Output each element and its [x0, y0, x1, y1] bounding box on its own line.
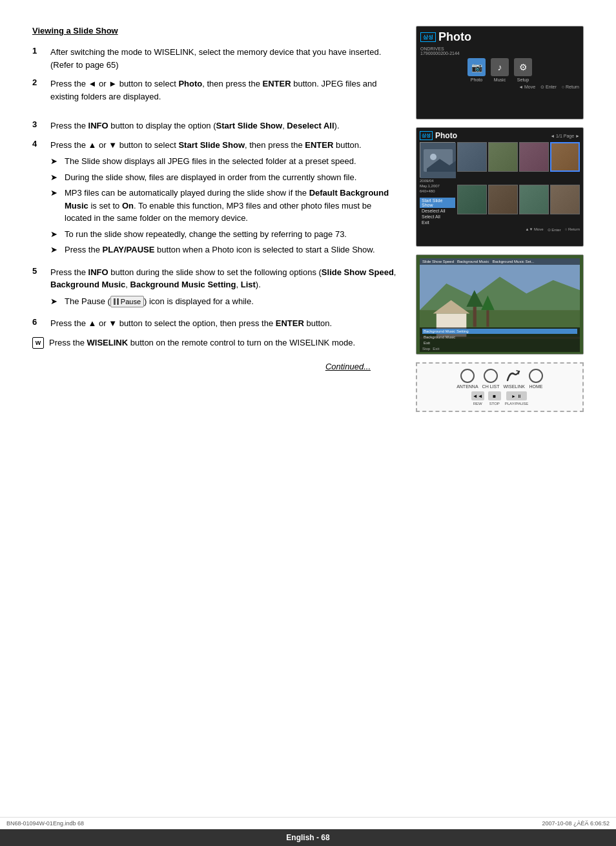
tv2-bottom: ▲▼ Move ⊙ Enter ○ Return: [420, 227, 580, 232]
stop-label: STOP: [489, 402, 500, 406]
tv2-logo: 삼성: [420, 131, 433, 140]
remote-area: ANTENNA CH LIST: [416, 362, 584, 412]
tv2-thumb-6: [488, 185, 518, 214]
tv1-music-nav: ♪ Music: [491, 58, 509, 82]
tv2-return-btn: ○ Return: [565, 227, 580, 232]
step-4-sub-1-text: The Slide show displays all JPEG files i…: [65, 155, 356, 168]
page-content: Viewing a Slide Show 1 After switching t…: [0, 0, 616, 817]
step-4-sub-5-text: Press the PLAY/PAUSE button when a Photo…: [65, 243, 375, 256]
tv2-page: ◄ 1/1 Page ►: [550, 134, 580, 138]
note-icon: W: [32, 337, 44, 349]
antenna-circle: [460, 369, 475, 383]
tv2-left: 2009/04May.1,2007640×480 Start Slide Sho…: [420, 142, 455, 225]
step-2-content: Press the ◄ or ► button to select Photo,…: [50, 77, 396, 103]
tv3-bottom-overlay: Background Music Setting Background Musi…: [420, 327, 580, 352]
tv1-logo: 삼성: [420, 32, 436, 42]
step-4-sub-4: ➤ To run the slide show repeatedly, chan…: [50, 228, 396, 241]
pause-badge: Pause: [110, 296, 144, 308]
tv-screen-3: Slide Show Speed Background Music Backgr…: [416, 254, 584, 355]
remote-top-row: ANTENNA CH LIST: [457, 369, 543, 389]
tv2-thumb-1: [457, 142, 487, 172]
playpause-label: PLAY/PAUSE: [505, 402, 528, 406]
svg-rect-9: [473, 307, 477, 327]
step-2-num: 2: [32, 77, 45, 103]
tv2-thumb-2: [488, 142, 518, 172]
step-6: 6 Press the ▲ or ▼ button to select the …: [32, 317, 396, 330]
tv2-menu: Start Slide Show Deselect All Select All…: [420, 198, 455, 225]
step-4-sub-2: ➤ During the slide show, files are displ…: [50, 171, 396, 184]
step-5-content: Press the INFO button during the slide s…: [50, 266, 396, 311]
footer-left: BN68-01094W-01Eng.indb 68: [6, 820, 84, 827]
step-1-content: After switching the mode to WISELINK, se…: [50, 46, 396, 71]
step-6-num: 6: [32, 317, 45, 330]
tv2-content: 2009/04May.1,2007640×480 Start Slide Sho…: [420, 142, 580, 225]
tv2-deselect-all: Deselect All: [420, 208, 455, 214]
step-4-num: 4: [32, 139, 45, 260]
step-3: 3 Press the INFO button to display the o…: [32, 119, 396, 132]
tv1-music-label: Music: [494, 77, 506, 82]
step-4-sub-3-text: MP3 files can be automatically played du…: [65, 187, 396, 225]
bullet-2: ➤: [50, 171, 62, 184]
tv2-enter-btn: ⊙ Enter: [548, 227, 561, 232]
wiselink-icon-container: [505, 369, 523, 383]
pause-icon-remote: ⏸: [517, 394, 522, 398]
page-footer: English - 68: [0, 829, 616, 846]
tv2-move-btn: ▲▼ Move: [525, 227, 543, 232]
tv2-exit: Exit: [420, 220, 455, 225]
continued-text: Continued...: [325, 362, 371, 371]
rew-btn: ◄◄: [471, 391, 484, 400]
bullet-6: ➤: [50, 295, 62, 308]
tv2-thumb-3: [519, 142, 549, 172]
tv3-exit-btn: Exit: [433, 347, 439, 351]
tv3-top-overlay: Slide Show Speed Background Music Backgr…: [420, 258, 580, 265]
tv-screen-2-content: 삼성 Photo ◄ 1/1 Page ►: [416, 128, 583, 247]
step-5-sub-1-text: The Pause ( Pause) icon is displayed for…: [65, 295, 254, 308]
home-circle: [529, 369, 543, 383]
tv1-setup-icon: ⚙: [514, 58, 532, 76]
playpause-btn: ► ⏸: [506, 391, 527, 400]
step-5-sublist: ➤ The Pause ( Pause) icon is displayed f…: [50, 295, 396, 308]
tv3-bgmusic-setting: Background Music Setting: [422, 329, 577, 334]
tv1-bottombar: ◄ Move ⊙ Enter ○ Return: [420, 85, 579, 90]
step-4-sub-1: ➤ The Slide show displays all JPEG files…: [50, 155, 396, 168]
footer-right: 2007-10-08 ¿ÀÈÄ 6:06:52: [542, 820, 610, 827]
note-item: W Press the WISELINK button on the remot…: [32, 336, 396, 349]
step-4-sub-5: ➤ Press the PLAY/PAUSE button when a Pho…: [50, 243, 396, 256]
tv3-menu: Background Music Setting Background Musi…: [422, 329, 577, 346]
tv2-thumb-8: [550, 185, 580, 214]
tv1-photo-label: Photo: [471, 77, 482, 82]
bullet-5: ➤: [50, 243, 62, 256]
tv3-landscape: Slide Show Speed Background Music Backgr…: [420, 258, 580, 352]
footer-text: English - 68: [286, 833, 329, 842]
tv2-grid: [457, 142, 580, 225]
right-column: 삼성 Photo ONDRIVES17900000200-2144 📷 Phot…: [416, 26, 584, 804]
step-3-num: 3: [32, 119, 45, 132]
step-5: 5 Press the INFO button during the slide…: [32, 266, 396, 311]
step-6-content: Press the ▲ or ▼ button to select the op…: [50, 317, 396, 330]
tv2-start-slideshow: Start Slide Show: [420, 198, 455, 208]
chlist-circle: [484, 369, 498, 383]
tv1-enter-btn: ⊙ Enter: [540, 85, 557, 90]
tv1-setup-nav: ⚙ Setup: [514, 58, 532, 82]
tv-screen-1: 삼성 Photo ONDRIVES17900000200-2144 📷 Phot…: [416, 26, 584, 119]
wiselink-svg: [505, 369, 523, 383]
bullet-4: ➤: [50, 228, 62, 241]
play-icon: ►: [511, 394, 516, 398]
step-4-sub-2-text: During the slide show, files are display…: [65, 171, 356, 184]
remote-wiselink: WISELINK: [503, 369, 524, 389]
remote-stop: ■ STOP: [488, 391, 501, 406]
page-wrapper: Viewing a Slide Show 1 After switching t…: [0, 0, 616, 846]
svg-point-2: [430, 154, 436, 160]
left-column: Viewing a Slide Show 1 After switching t…: [32, 26, 416, 804]
tv2-thumb-5: [457, 185, 487, 214]
tv1-photo-icon: 📷: [467, 58, 486, 76]
pause-icon: [114, 298, 119, 305]
tv2-big-thumb: [420, 142, 455, 178]
step-4-sub-3: ➤ MP3 files can be automatically played …: [50, 187, 396, 225]
remote-antenna: ANTENNA: [457, 369, 478, 389]
tv2-select-all: Select All: [420, 214, 455, 220]
wiselink-label: WISELINK: [503, 384, 524, 389]
page-footer-bar: BN68-01094W-01Eng.indb 68 2007-10-08 ¿ÀÈ…: [0, 817, 616, 846]
continued-line: Continued...: [32, 362, 396, 371]
remote-rew: ◄◄ REW: [471, 391, 484, 406]
